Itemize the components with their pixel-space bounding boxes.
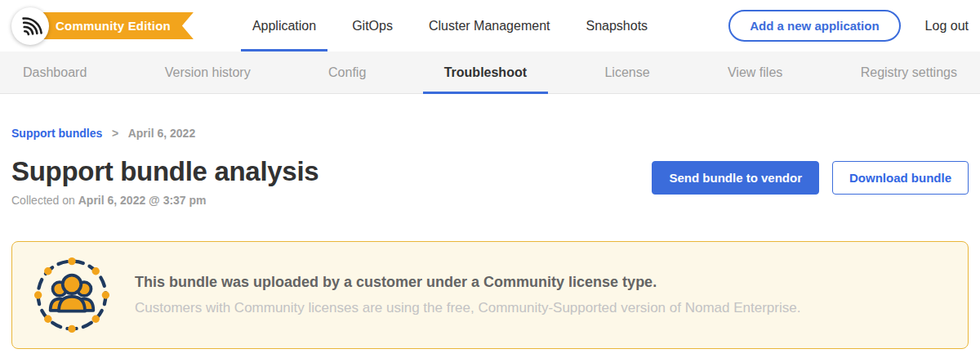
- tab-snapshots[interactable]: Snapshots: [568, 0, 666, 51]
- community-people-icon: [33, 257, 110, 333]
- top-nav-tabs: Application GitOps Cluster Management Sn…: [234, 0, 666, 51]
- bundle-actions: Send bundle to vendor Download bundle: [652, 156, 969, 195]
- page-header: Support bundle analysis Collected on Apr…: [11, 156, 969, 207]
- tab-gitops[interactable]: GitOps: [334, 0, 411, 51]
- send-bundle-to-vendor-button[interactable]: Send bundle to vendor: [652, 161, 819, 195]
- collected-date: April 6, 2022 @ 3:37 pm: [78, 194, 207, 207]
- log-out-link[interactable]: Log out: [925, 19, 969, 34]
- app-logo-signal-icon: [18, 14, 42, 38]
- page-title: Support bundle analysis: [11, 156, 318, 187]
- tab-application[interactable]: Application: [234, 0, 334, 51]
- subnav-item-dashboard[interactable]: Dashboard: [20, 51, 90, 94]
- subnav-item-config[interactable]: Config: [325, 51, 369, 94]
- add-new-application-button[interactable]: Add a new application: [728, 10, 900, 42]
- subnav-item-troubleshoot[interactable]: Troubleshoot: [441, 51, 530, 94]
- banner-heading: This bundle was uploaded by a customer u…: [135, 274, 800, 291]
- subnav-item-version-history[interactable]: Version history: [162, 51, 254, 94]
- collected-timestamp: Collected on April 6, 2022 @ 3:37 pm: [11, 194, 318, 207]
- app-logo[interactable]: [11, 7, 49, 45]
- banner-text-block: This bundle was uploaded by a customer u…: [135, 274, 800, 316]
- top-navbar: Community Edition Application GitOps Clu…: [0, 0, 980, 51]
- subnav-item-registry-settings[interactable]: Registry settings: [858, 51, 960, 94]
- community-license-banner: This bundle was uploaded by a customer u…: [11, 241, 969, 349]
- topnav-right: Add a new application Log out: [728, 10, 969, 42]
- subnav-item-license[interactable]: License: [601, 51, 653, 94]
- collected-prefix: Collected on: [11, 194, 78, 207]
- page-title-block: Support bundle analysis Collected on Apr…: [11, 156, 318, 207]
- community-edition-badge: Community Edition: [39, 12, 194, 39]
- breadcrumb: Support bundles > April 6, 2022: [11, 127, 969, 140]
- brand: Community Edition: [11, 7, 194, 45]
- main-content: Support bundles > April 6, 2022 Support …: [0, 127, 980, 349]
- breadcrumb-current: April 6, 2022: [128, 127, 196, 140]
- breadcrumb-support-bundles-link[interactable]: Support bundles: [11, 127, 102, 140]
- breadcrumb-separator: >: [112, 127, 118, 140]
- subnav-item-view-files[interactable]: View files: [724, 51, 786, 94]
- tab-cluster-management[interactable]: Cluster Management: [411, 0, 568, 51]
- banner-subtext: Customers with Community licenses are us…: [135, 300, 800, 316]
- download-bundle-button[interactable]: Download bundle: [832, 161, 969, 195]
- app-subnav: Dashboard Version history Config Trouble…: [0, 51, 980, 94]
